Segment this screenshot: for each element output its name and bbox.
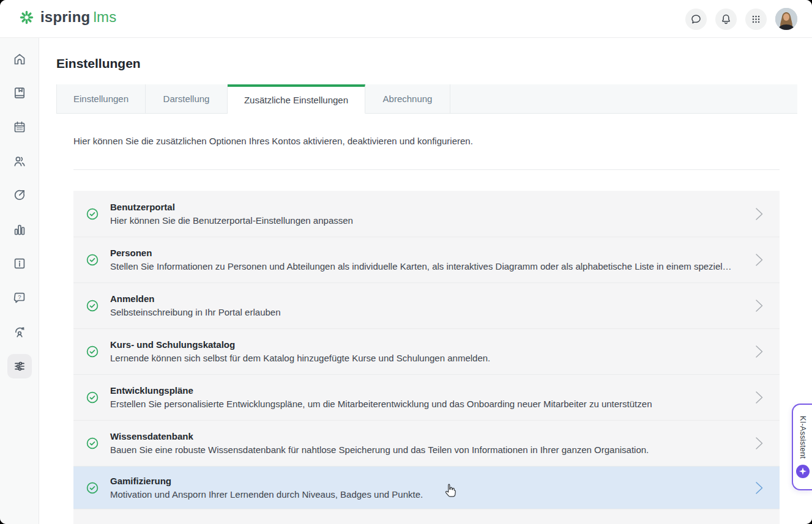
enabled-check-icon: [86, 300, 99, 312]
logo-brand: ispring: [40, 9, 90, 25]
avatar-photo: [775, 8, 797, 30]
chevron-right-icon: [755, 390, 764, 405]
enabled-check-icon: [86, 437, 99, 449]
ki-assistent-tab[interactable]: KI-Assistent: [792, 404, 812, 490]
enabled-check-icon: [86, 391, 99, 404]
sidebar-item-reports[interactable]: [7, 218, 32, 242]
tab-bar: Einstellungen Darstellung Zusätzliche Ei…: [56, 84, 797, 114]
setting-description: Hier können Sie die Benutzerportal-Einst…: [110, 214, 740, 227]
sidebar-item-info[interactable]: [7, 251, 32, 276]
page-title: Einstellungen: [56, 56, 141, 71]
setting-title: Anmelden: [110, 292, 740, 306]
notifications-button[interactable]: [715, 9, 737, 30]
header-actions: [685, 8, 797, 30]
logo-product: lms: [93, 9, 116, 25]
list-item-benutzerportal[interactable]: Benutzerportal Hier können Sie die Benut…: [73, 191, 780, 237]
setting-description: Stellen Sie Informationen zu Personen un…: [110, 260, 740, 273]
chevron-right-icon: [755, 344, 764, 359]
setting-description: Bauen Sie eine robuste Wissensdatenbank …: [110, 443, 740, 457]
setting-description: Selbsteinschreibung in Ihr Portal erlaub…: [110, 306, 740, 319]
chevron-right-icon: [755, 481, 764, 495]
setting-title: Gamifizierung: [110, 474, 740, 488]
book-icon: [12, 86, 27, 100]
divider: [73, 169, 780, 170]
setting-title: Personen: [110, 246, 740, 260]
setting-title: Entwicklungspläne: [110, 384, 740, 397]
tab-darstellung[interactable]: Darstellung: [146, 84, 228, 113]
chat-icon: [690, 13, 702, 26]
list-item-gamifizierung[interactable]: Gamifizierung Motivation und Ansporn Ihr…: [73, 466, 780, 509]
page-description: Hier können Sie die zusätzlichen Optione…: [73, 136, 473, 146]
chevron-right-icon: [755, 436, 764, 451]
apps-button[interactable]: [745, 9, 767, 30]
ispring-burst-icon: [18, 9, 35, 26]
chevron-right-icon: [755, 207, 764, 221]
chevron-right-icon: [755, 253, 764, 267]
target-arrow-icon: [12, 188, 27, 202]
tab-einstellungen[interactable]: Einstellungen: [56, 84, 146, 113]
list-item-anmelden[interactable]: Anmelden Selbsteinschreibung in Ihr Port…: [73, 282, 780, 328]
list-item-wissensdatenbank[interactable]: Wissensdatenbank Bauen Sie eine robuste …: [73, 420, 780, 466]
settings-list: Benutzerportal Hier können Sie die Benut…: [73, 191, 780, 524]
settings-sliders-icon: [12, 359, 27, 374]
supervisor-gauge-icon: [12, 325, 27, 339]
sidebar-item-goals[interactable]: [7, 183, 32, 207]
enabled-check-icon: [86, 345, 99, 358]
enabled-check-icon: [86, 482, 99, 494]
tab-zusaetzliche-einstellungen[interactable]: Zusätzliche Einstellungen: [228, 84, 365, 114]
main-content: Einstellungen Einstellungen Darstellung …: [39, 38, 812, 524]
bell-icon: [720, 13, 732, 26]
list-item-kurs-und-schulungskatalog[interactable]: Kurs- und Schulungskatalog Lernende könn…: [73, 328, 780, 374]
list-item-entwicklungsplaene[interactable]: Entwicklungspläne Erstellen Sie personal…: [73, 374, 780, 420]
sidebar-item-supervision[interactable]: [7, 320, 32, 344]
list-item-partial[interactable]: [73, 509, 780, 524]
setting-description: Erstellen Sie personalisierte Entwicklun…: [110, 397, 740, 411]
sidebar-item-home[interactable]: [7, 47, 32, 72]
app-window: ispringlms: [0, 0, 812, 524]
tab-bar-filler: [450, 84, 797, 113]
apps-grid-icon: [750, 13, 762, 26]
chat-button[interactable]: [685, 9, 707, 30]
sidebar: ?: [0, 38, 39, 524]
setting-title: Benutzerportal: [110, 201, 740, 214]
setting-description: Lernende können sich selbst für dem Kata…: [110, 352, 740, 365]
enabled-check-icon: [86, 208, 99, 220]
ki-assistent-label: KI-Assistent: [799, 416, 807, 459]
setting-title: Kurs- und Schulungskatalog: [110, 338, 740, 352]
calendar-icon: [12, 120, 27, 135]
tab-abrechnung[interactable]: Abrechnung: [365, 84, 450, 113]
sidebar-item-courses[interactable]: [7, 81, 32, 105]
svg-text:?: ?: [18, 293, 21, 300]
info-card-icon: [12, 256, 27, 271]
setting-description: Motivation und Ansporn Ihrer Lernenden d…: [110, 488, 740, 501]
list-item-personen[interactable]: Personen Stellen Sie Informationen zu Pe…: [73, 237, 780, 282]
setting-title: Wissensdatenbank: [110, 430, 740, 443]
sparkle-icon: [796, 465, 810, 478]
bar-chart-icon: [12, 223, 27, 237]
sidebar-item-settings[interactable]: [7, 354, 32, 378]
sidebar-item-calendar[interactable]: [7, 115, 32, 139]
people-icon: [12, 154, 27, 169]
chevron-right-icon: [755, 298, 764, 313]
help-bubble-icon: ?: [12, 290, 27, 305]
app-header: ispringlms: [0, 0, 812, 38]
sidebar-item-support[interactable]: ?: [7, 286, 32, 310]
logo[interactable]: ispringlms: [18, 9, 116, 26]
sidebar-item-people[interactable]: [7, 149, 32, 174]
enabled-check-icon: [86, 254, 99, 266]
home-icon: [12, 52, 27, 67]
avatar[interactable]: [775, 8, 797, 30]
